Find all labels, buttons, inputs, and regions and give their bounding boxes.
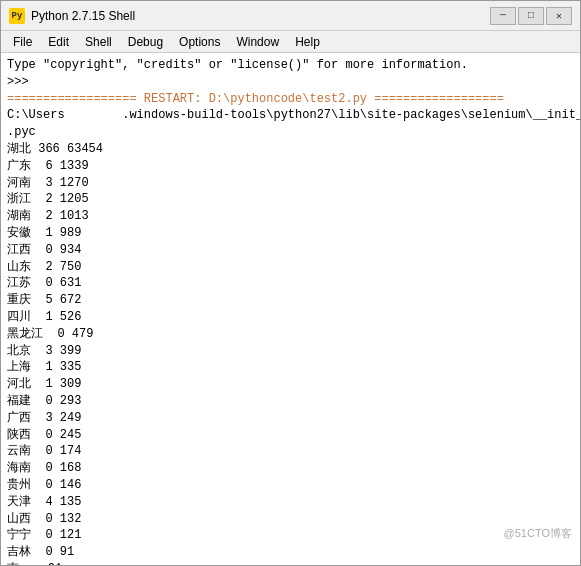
data-line: 贵州 0 146 [7,477,574,494]
data-line: 河北 1 309 [7,376,574,393]
data-line: 山东 2 750 [7,259,574,276]
shell-output[interactable]: Type "copyright", "credits" or "license(… [1,53,580,565]
title-bar-left: Py Python 2.7.15 Shell [9,8,135,24]
data-line: 黑龙江 0 479 [7,326,574,343]
data-line: 安徽 1 989 [7,225,574,242]
prompt-initial: >>> [7,74,574,91]
window-title: Python 2.7.15 Shell [31,9,135,23]
data-line: 重庆 5 672 [7,292,574,309]
data-line: 广东 6 1339 [7,158,574,175]
restart-line: ================== RESTART: D:\pythoncod… [7,91,574,108]
menu-help[interactable]: Help [287,33,328,51]
menu-options[interactable]: Options [171,33,228,51]
data-lines: 湖北 366 63454广东 6 1339河南 3 1270浙江 2 1205湖… [7,141,574,565]
data-line: 海南 0 168 [7,460,574,477]
menu-shell[interactable]: Shell [77,33,120,51]
main-window: Py Python 2.7.15 Shell ─ □ ✕ File Edit S… [0,0,581,566]
maximize-button[interactable]: □ [518,7,544,25]
data-line: 江苏 0 631 [7,275,574,292]
data-line: 云南 0 174 [7,443,574,460]
data-line: 天津 4 135 [7,494,574,511]
menu-bar: File Edit Shell Debug Options Window Hel… [1,31,580,53]
data-line: 北京 3 399 [7,343,574,360]
path-line: C:\Users .windows-build-tools\python27\l… [7,107,574,124]
pyc-line: .pyc [7,124,574,141]
data-line: 江西 0 934 [7,242,574,259]
window-controls: ─ □ ✕ [490,7,572,25]
data-line: 湖北 366 63454 [7,141,574,158]
data-line: 宁宁 0 121 [7,527,574,544]
minimize-button[interactable]: ─ [490,7,516,25]
data-line: 福建 0 293 [7,393,574,410]
data-line: 河南 3 1270 [7,175,574,192]
data-line: 南 - 91 [7,561,574,565]
menu-window[interactable]: Window [228,33,287,51]
intro-line: Type "copyright", "credits" or "license(… [7,57,574,74]
close-button[interactable]: ✕ [546,7,572,25]
data-line: 陕西 0 245 [7,427,574,444]
python-icon: Py [9,8,25,24]
data-line: 广西 3 249 [7,410,574,427]
menu-edit[interactable]: Edit [40,33,77,51]
data-line: 浙江 2 1205 [7,191,574,208]
data-line: 湖南 2 1013 [7,208,574,225]
data-line: 吉林 0 91 [7,544,574,561]
data-line: 上海 1 335 [7,359,574,376]
title-bar: Py Python 2.7.15 Shell ─ □ ✕ [1,1,580,31]
menu-debug[interactable]: Debug [120,33,171,51]
data-line: 山西 0 132 [7,511,574,528]
menu-file[interactable]: File [5,33,40,51]
data-line: 四川 1 526 [7,309,574,326]
watermark: @51CTO博客 [504,526,572,541]
